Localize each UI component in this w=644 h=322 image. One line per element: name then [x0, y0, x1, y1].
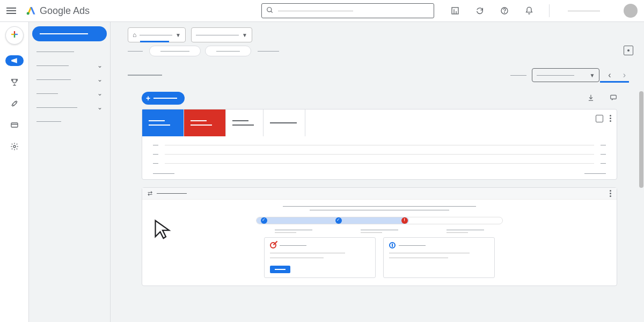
help-icon[interactable] — [500, 6, 509, 16]
save-icon[interactable] — [624, 46, 633, 55]
headline-2 — [310, 210, 449, 210]
expand-icon[interactable] — [596, 115, 603, 122]
optimization-card: ⇄ — [142, 187, 617, 286]
chart — [142, 136, 617, 179]
date-range-selector[interactable]: ▼ — [532, 68, 599, 82]
progress-step-1 — [261, 217, 267, 224]
new-campaign-button[interactable]: + — [142, 92, 185, 105]
search-icon — [266, 6, 274, 16]
rail-tools[interactable] — [9, 98, 20, 109]
progress-col-1 — [275, 230, 312, 233]
refresh-icon[interactable] — [475, 6, 485, 16]
caret-down-icon: ▼ — [175, 32, 181, 38]
hamburger-menu[interactable] — [6, 8, 16, 14]
caret-down-icon: ▼ — [589, 72, 595, 78]
filter-chip-status[interactable] — [149, 46, 201, 56]
svg-point-14 — [13, 145, 16, 148]
headline-1 — [283, 206, 476, 207]
svg-point-1 — [267, 7, 272, 11]
stat-cost[interactable] — [264, 109, 305, 136]
home-icon: ⌂ — [133, 31, 136, 39]
download-icon[interactable] — [587, 94, 595, 103]
sidenav-item-keywords[interactable]: ⌄ — [29, 100, 110, 114]
no-entry-icon — [270, 242, 276, 248]
reports-icon[interactable] — [450, 6, 460, 16]
svg-rect-15 — [611, 95, 617, 99]
caret-down-icon: ▼ — [242, 32, 247, 38]
campaign-selector[interactable]: ⌂ ▼ — [128, 27, 186, 42]
progress-bar — [256, 217, 503, 224]
search-input[interactable] — [261, 3, 434, 18]
separator — [549, 4, 550, 17]
sidenav-item-overview[interactable] — [32, 26, 107, 41]
svg-rect-3 — [452, 8, 458, 14]
stat-cpc[interactable] — [226, 109, 264, 136]
date-prev-button[interactable]: ‹ — [605, 70, 614, 80]
chevron-down-icon: ⌄ — [97, 62, 103, 69]
feedback-icon[interactable] — [610, 94, 617, 103]
plus-icon — [10, 28, 19, 42]
stat-impressions[interactable] — [184, 109, 226, 136]
plus-icon: + — [146, 94, 150, 103]
chevron-down-icon: ⌄ — [97, 104, 103, 111]
progress-step-2 — [335, 217, 342, 224]
recommendation-card-2[interactable] — [383, 237, 495, 278]
progress-col-3 — [447, 230, 484, 233]
scrollbar-thumb[interactable] — [639, 91, 643, 188]
date-label — [510, 75, 526, 76]
progress-step-3 — [401, 217, 408, 224]
svg-point-7 — [504, 12, 505, 13]
sidenav-item-ads[interactable]: ⌄ — [29, 86, 110, 100]
sidenav-item-audiences[interactable] — [29, 114, 110, 128]
sidenav-item-adgroups[interactable]: ⌄ — [29, 72, 110, 86]
create-button[interactable] — [5, 26, 24, 45]
filter-label — [128, 51, 143, 52]
adgroup-selector[interactable]: ▼ — [191, 27, 252, 42]
section-title — [128, 75, 162, 76]
svg-line-2 — [271, 11, 273, 12]
sidenav-item-recommendations[interactable] — [29, 45, 110, 58]
chevron-down-icon: ⌄ — [97, 76, 103, 83]
progress-col-2 — [361, 230, 398, 233]
more-menu-icon[interactable] — [610, 115, 611, 122]
sidenav-item-campaigns[interactable]: ⌄ — [29, 58, 110, 72]
notifications-icon[interactable] — [524, 6, 534, 16]
view-button[interactable] — [270, 266, 290, 273]
brand-logo[interactable]: Google Ads — [26, 5, 90, 17]
svg-rect-12 — [11, 123, 18, 127]
stat-clicks[interactable] — [142, 109, 184, 136]
cursor-illustration — [153, 219, 172, 244]
card2-title — [157, 193, 187, 194]
rail-settings[interactable] — [9, 141, 20, 152]
rail-campaigns[interactable] — [5, 55, 24, 66]
rail-recommendations[interactable] — [9, 77, 20, 87]
account-label — [568, 11, 600, 11]
side-navigation: ⌄ ⌄ ⌄ ⌄ — [29, 22, 111, 322]
more-menu-icon[interactable] — [610, 190, 611, 197]
date-next-button: › — [620, 70, 629, 80]
metrics-card — [142, 109, 617, 180]
chevron-down-icon: ⌄ — [97, 90, 103, 97]
active-tab-indicator — [600, 81, 629, 83]
rail-billing[interactable] — [9, 120, 20, 130]
svg-point-0 — [27, 12, 30, 15]
shuffle-icon: ⇄ — [148, 190, 152, 197]
logo-icon — [26, 5, 36, 16]
add-filter[interactable] — [258, 51, 279, 52]
chart-icon — [389, 242, 396, 248]
search-placeholder — [278, 11, 353, 11]
avatar[interactable] — [624, 4, 638, 18]
recommendation-card-1[interactable] — [264, 237, 376, 278]
brand-text: Google Ads — [40, 5, 90, 17]
filter-chip-adgroup[interactable] — [205, 46, 251, 56]
